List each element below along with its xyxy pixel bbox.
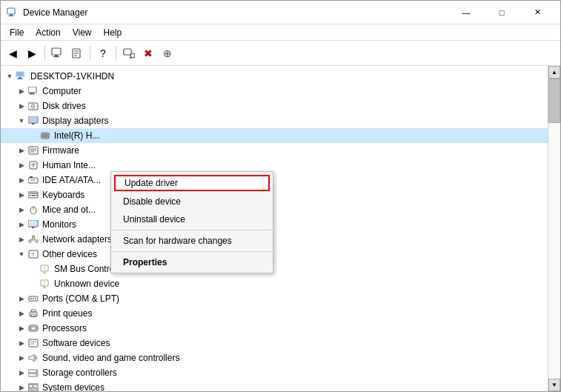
tree-item-keyboards[interactable]: ▶ Keyboards xyxy=(1,187,548,202)
svg-point-73 xyxy=(30,298,32,299)
toggle-display[interactable]: ▼ xyxy=(16,115,27,127)
toggle-computer[interactable]: ▶ xyxy=(16,85,27,97)
sound-label: Sound, video and game controllers xyxy=(42,353,179,363)
ctx-update-driver[interactable]: Update driver xyxy=(114,175,270,191)
scroll-thumb[interactable] xyxy=(548,79,560,123)
display-label: Display adapters xyxy=(42,116,108,126)
close-button[interactable]: ✕ xyxy=(520,1,554,24)
tree-item-root[interactable]: ▼ DESKTOP-1VKIHDN xyxy=(1,69,548,84)
tree-item-smbus[interactable]: ! SM Bus Controller xyxy=(1,262,548,276)
tree-item-intel[interactable]: Intel(R) H... xyxy=(1,128,548,143)
tree-item-disk[interactable]: ▶ Disk drives xyxy=(1,99,548,113)
uninstall-btn[interactable]: ✖ xyxy=(139,44,157,62)
scroll-down-button[interactable]: ▼ xyxy=(548,379,560,391)
svg-rect-60 xyxy=(33,236,35,237)
monitors-label: Monitors xyxy=(42,219,76,230)
tree-item-ide[interactable]: ▶ IDE ATA/ATA... xyxy=(1,173,548,187)
tree-item-unknown[interactable]: ! Unknown device xyxy=(1,276,548,291)
tree-item-other[interactable]: ▼ ? Other devices xyxy=(1,247,548,262)
svg-rect-47 xyxy=(34,193,36,195)
tree-item-firmware[interactable]: ▶ Firmware xyxy=(1,143,548,158)
menu-help[interactable]: Help xyxy=(98,24,128,40)
toggle-network[interactable]: ▶ xyxy=(16,233,27,245)
minimize-button[interactable]: — xyxy=(449,1,483,24)
tree-item-hid[interactable]: ▶ Human Inte... xyxy=(1,158,548,173)
system-label: System devices xyxy=(42,382,104,391)
tree-item-mice[interactable]: ▶ Mice and ot... xyxy=(1,202,548,217)
ctx-disable-device[interactable]: Disable device xyxy=(111,193,273,210)
monitor-icon xyxy=(27,219,39,230)
toggle-storage[interactable]: ▶ xyxy=(16,367,27,379)
scan-btn[interactable] xyxy=(120,44,138,62)
toggle-root[interactable]: ▼ xyxy=(4,70,16,82)
svg-point-75 xyxy=(35,298,36,299)
ctx-scan-hardware[interactable]: Scan for hardware changes xyxy=(111,232,273,250)
toggle-disk[interactable]: ▶ xyxy=(16,100,27,112)
ports-label: Ports (COM & LPT) xyxy=(42,293,119,304)
tree-item-print[interactable]: ▶ Print queues xyxy=(1,306,548,321)
add-btn[interactable]: ⊕ xyxy=(159,44,176,62)
back-button[interactable]: ◀ xyxy=(4,44,21,62)
tree-item-storage[interactable]: ▶ Storage controllers xyxy=(1,365,548,380)
tree-item-network[interactable]: ▶ Network adapters xyxy=(1,232,548,247)
vertical-scrollbar[interactable]: ▲ ▼ xyxy=(548,66,560,391)
tree-panel[interactable]: ▼ DESKTOP-1VKIHDN ▶ Computer xyxy=(1,66,548,391)
toggle-mice[interactable]: ▶ xyxy=(16,204,27,216)
toggle-firmware[interactable]: ▶ xyxy=(16,144,27,156)
svg-rect-97 xyxy=(33,385,37,388)
scroll-up-button[interactable]: ▲ xyxy=(548,66,560,79)
help-btn[interactable]: ? xyxy=(94,44,112,62)
toggle-other[interactable]: ▼ xyxy=(16,248,27,260)
disable-device-label: Disable device xyxy=(123,196,181,207)
toggle-hid[interactable]: ▶ xyxy=(16,159,27,171)
menu-action[interactable]: Action xyxy=(30,24,66,40)
tree-item-system[interactable]: ▶ System devices xyxy=(1,380,548,391)
content-area: ▼ DESKTOP-1VKIHDN ▶ Computer xyxy=(1,66,560,391)
tree-item-sound[interactable]: ▶ Sound, video and game controllers xyxy=(1,351,548,365)
smbus-icon: ! xyxy=(39,263,51,275)
properties-btn[interactable] xyxy=(68,44,86,62)
ctx-sep-2 xyxy=(111,251,273,252)
window-title: Device Manager xyxy=(23,7,449,18)
toggle-processors[interactable]: ▶ xyxy=(16,322,27,334)
ctx-uninstall-device[interactable]: Uninstall device xyxy=(111,210,273,228)
tree-item-software[interactable]: ▶ Software devices xyxy=(1,336,548,351)
menu-file[interactable]: File xyxy=(4,24,30,40)
toggle-sound[interactable]: ▶ xyxy=(16,352,27,364)
properties-label: Properties xyxy=(123,257,167,268)
svg-text:?: ? xyxy=(31,251,35,258)
unknown-icon: ! xyxy=(39,278,51,290)
ctx-properties[interactable]: Properties xyxy=(111,253,273,271)
toggle-ide[interactable]: ▶ xyxy=(16,174,27,186)
toggle-keyboards[interactable]: ▶ xyxy=(16,189,27,201)
tree-item-display[interactable]: ▼ Display adapters xyxy=(1,113,548,128)
computer-icon-btn[interactable] xyxy=(49,44,67,62)
tree-item-ports[interactable]: ▶ Ports (COM & LPT) xyxy=(1,291,548,306)
forward-button[interactable]: ▶ xyxy=(23,44,41,62)
svg-rect-59 xyxy=(36,240,38,242)
tree-item-computer[interactable]: ▶ Computer xyxy=(1,84,548,99)
toggle-print[interactable]: ▶ xyxy=(16,308,27,319)
svg-rect-58 xyxy=(33,238,35,240)
toggle-software[interactable]: ▶ xyxy=(16,337,27,349)
menu-view[interactable]: View xyxy=(67,24,98,40)
maximize-button[interactable]: □ xyxy=(485,1,519,24)
svg-point-94 xyxy=(36,374,37,376)
svg-rect-0 xyxy=(7,8,15,14)
tree-item-monitors[interactable]: ▶ Monitors xyxy=(1,217,548,232)
toggle-ports[interactable]: ▶ xyxy=(16,293,27,305)
scroll-track[interactable] xyxy=(548,79,560,379)
svg-rect-79 xyxy=(30,325,37,331)
menu-bar: File Action View Help xyxy=(1,24,560,41)
svg-rect-80 xyxy=(31,327,36,330)
toggle-unknown xyxy=(27,278,39,290)
processor-icon xyxy=(27,322,39,334)
computer-icon-small xyxy=(27,85,39,97)
tree-item-processors[interactable]: ▶ Processors xyxy=(1,321,548,336)
intel-label: Intel(R) H... xyxy=(54,130,99,141)
svg-point-22 xyxy=(33,106,34,107)
uninstall-device-label: Uninstall device xyxy=(123,214,185,225)
toggle-monitors[interactable]: ▶ xyxy=(16,219,27,230)
software-label: Software devices xyxy=(42,338,110,348)
toggle-system[interactable]: ▶ xyxy=(16,382,27,391)
